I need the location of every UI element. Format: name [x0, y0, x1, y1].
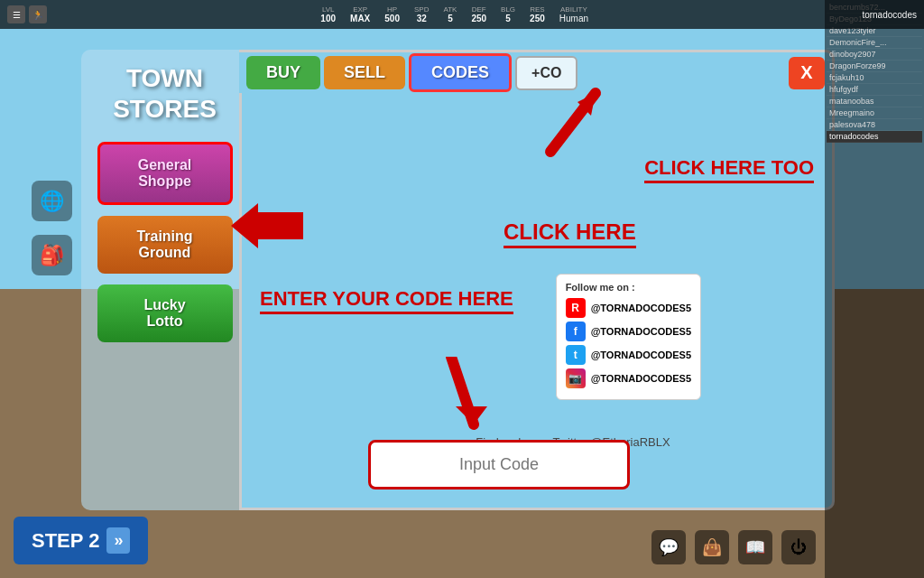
power-icon[interactable]: ⏻: [781, 530, 816, 564]
left-icons: 🌐 🎒: [32, 181, 72, 275]
social-card: Follow me on : R @TORNADOCODES5 f @TORNA…: [556, 274, 701, 400]
hud-blg: BLG 5: [501, 5, 515, 23]
menu-icon[interactable]: ☰: [7, 5, 25, 23]
svg-marker-4: [456, 406, 487, 424]
arrow-pointing-codes: [532, 79, 614, 161]
book-icon[interactable]: 📖: [738, 530, 772, 564]
chat-panel: bencrumbs72... ByDego123 dave123tyler De…: [825, 0, 924, 578]
roblox-icon: R: [566, 298, 586, 318]
twitter-icon: t: [566, 345, 586, 365]
enter-code-label: ENTER YOUR CODE HERE: [260, 287, 513, 311]
step2-arrow: »: [106, 527, 130, 554]
social-row-twitter: t @TORNADOCODES5: [566, 345, 691, 365]
code-input[interactable]: [368, 440, 630, 489]
hud-ability: ABILITY Human: [559, 5, 588, 23]
social-row-instagram: 📷 @TORNADOCODES5: [566, 368, 691, 388]
tab-buy[interactable]: BUY: [246, 56, 320, 89]
chat-user-9: Mreegmaino: [827, 107, 922, 119]
chat-user-6: fcjakuh10: [827, 72, 922, 84]
chat-user-11: tornadocodes: [827, 131, 922, 143]
hud-spd: SPD 32: [414, 5, 429, 23]
bottom-icons: 💬 👜 📖 ⏻: [651, 530, 816, 564]
social-row-facebook: f @TORNADOCODES5: [566, 322, 691, 341]
follow-label: Follow me on :: [566, 282, 691, 293]
code-input-wrapper: [368, 440, 630, 489]
click-here-too-label: CLICK HERE TOO: [644, 156, 814, 180]
globe-icon[interactable]: 🌐: [32, 181, 72, 221]
tab-sell[interactable]: SELL: [324, 56, 405, 89]
hud-left: ☰ 🏃: [7, 5, 47, 23]
chat-user-3: DemonicFire_...: [827, 37, 922, 49]
step2-label: STEP 2: [32, 529, 99, 553]
facebook-icon: f: [566, 322, 586, 341]
svg-marker-0: [231, 203, 303, 248]
hud-hp: HP 500: [384, 5, 400, 23]
hud-stats: LVL 100 EXP MAX HP 500 SPD 32 ATK 5 DEF …: [320, 5, 588, 23]
social-row-roblox: R @TORNADOCODES5: [566, 298, 691, 318]
hud-bar: ☰ 🏃 LVL 100 EXP MAX HP 500 SPD 32 ATK 5 …: [0, 0, 924, 29]
store-title: TOWNSTORES: [113, 63, 217, 124]
chat-user-5: DragonForze99: [827, 61, 922, 72]
chat-icon[interactable]: 💬: [651, 530, 686, 564]
hud-res: RES 250: [530, 5, 545, 23]
hud-lvl: LVL 100: [320, 5, 336, 23]
hud-def: DEF 250: [471, 5, 486, 23]
hud-exp: EXP MAX: [350, 5, 370, 23]
arrow-pointing-general: [231, 203, 303, 248]
chat-user-7: hfufgydf: [827, 84, 922, 96]
chat-user-8: matanoobas: [827, 96, 922, 107]
step2-badge: STEP 2 »: [14, 517, 148, 564]
hud-atk: ATK 5: [443, 5, 457, 23]
inventory-icon[interactable]: 🎒: [32, 235, 72, 275]
character-icon[interactable]: 🏃: [29, 5, 47, 23]
store-panel: TOWNSTORES GeneralShoppe TrainingGround …: [81, 50, 248, 510]
bag-icon[interactable]: 👜: [695, 530, 729, 564]
hud-username: tornadocodes: [862, 10, 917, 20]
tab-close[interactable]: X: [789, 57, 825, 89]
tab-codes[interactable]: CODES: [409, 53, 512, 92]
training-ground-button[interactable]: TrainingGround: [97, 216, 233, 274]
arrow-pointing-input: [424, 357, 496, 447]
chat-user-10: palesova478: [827, 119, 922, 131]
instagram-icon: 📷: [566, 368, 586, 388]
general-shoppe-button[interactable]: GeneralShoppe: [97, 142, 233, 205]
click-here-label: CLICK HERE: [504, 219, 636, 245]
chat-user-4: dinoboy2907: [827, 49, 922, 61]
lucky-lotto-button[interactable]: LuckyLotto: [97, 284, 233, 342]
